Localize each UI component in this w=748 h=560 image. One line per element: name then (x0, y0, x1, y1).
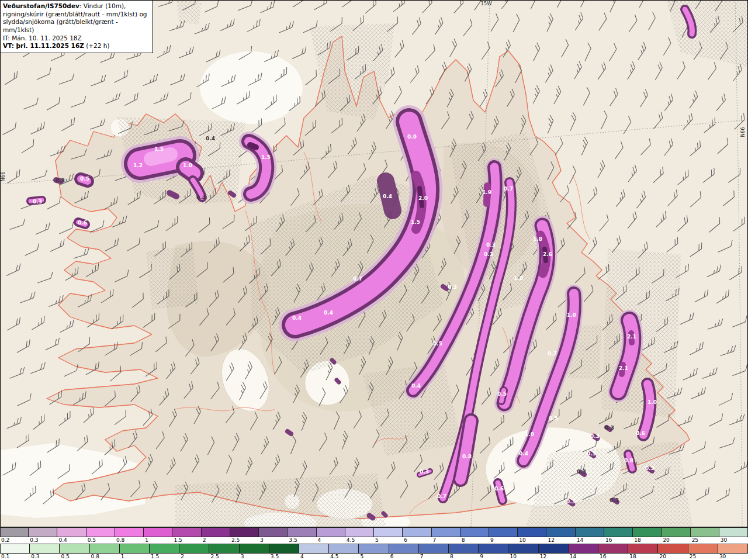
precip-value-label: 0.8 (462, 454, 472, 459)
valid-time: VT: þri. 11.11.2025 16Z (+22 h) (3, 42, 149, 50)
precip-value-label: 0.3 (484, 251, 493, 257)
colorbar-tick-label: 9 (489, 537, 518, 544)
colorbar-tick-label: 7 (432, 537, 460, 544)
precip-value-label: 0.3 (587, 451, 596, 457)
precip-value-label: 2.1 (627, 334, 636, 340)
colorbar-segment: 6 (389, 544, 419, 560)
precip-value-label: 0.7 (548, 351, 557, 357)
colorbar-swatch (60, 544, 89, 554)
colorbar-swatch (389, 544, 419, 554)
colorbar-swatch (172, 527, 201, 537)
colorbar-segment: 30 (719, 527, 748, 544)
colorbar-swatch (449, 544, 479, 554)
colorbar-segment: 18 (628, 544, 658, 560)
colorbar-tick-label: 20 (662, 537, 690, 544)
colorbar-segment: 0.8 (90, 544, 120, 560)
colorbar-swatch (240, 544, 269, 554)
colorbar-swatch (479, 544, 508, 554)
title-line-1: Veðurstofan/IS750dev: Vindur (10m), (3, 2, 149, 11)
colorbar-tick-label: 12 (539, 554, 569, 560)
map-title-box: Veðurstofan/IS750dev: Vindur (10m), rign… (0, 0, 153, 53)
precip-value-label: 1.0 (525, 431, 534, 437)
colorbar-swatch (688, 544, 718, 554)
colorbar-swatch (299, 544, 329, 554)
colorbar-swatch (30, 544, 60, 554)
precip-value-label: 0.5 (433, 341, 442, 347)
colorbar-segment: 16 (598, 544, 628, 560)
precip-value-label: 0.3 (645, 465, 654, 471)
precip-value-label: 0.7 (504, 186, 513, 192)
precip-value-label: 1.0 (183, 163, 192, 168)
precip-value-label: 0.6 (78, 220, 87, 226)
colorbar-tick-label: 2.5 (230, 537, 259, 544)
colorbar-segment: 2 (179, 544, 209, 560)
colorbar-tick-label: 3 (259, 537, 288, 544)
precip-value-label: 0.4 (324, 310, 333, 316)
colorbar-tick-label: 30 (718, 554, 748, 560)
colorbar-swatch (259, 527, 288, 537)
colorbar-tick-label: 7 (419, 554, 449, 560)
colorbar-swatch (0, 544, 30, 554)
colorbar-sleet-snow: 0.20.30.40.50.811.522.533.544.5567891012… (0, 527, 748, 544)
colorbar-tick-label: 20 (658, 554, 688, 560)
precip-value-label: 0.6 (636, 430, 645, 436)
precip-value-label: 0.5 (80, 176, 89, 182)
colorbar-segment: 3.5 (269, 544, 299, 560)
precip-value-label: 0.4 (206, 136, 215, 141)
colorbar-segment: 16 (604, 527, 633, 544)
title-variable: : Vindur (10m), (79, 2, 126, 9)
colorbar-segment: 1.5 (172, 527, 201, 544)
colorbar-segment: 4 (299, 544, 329, 560)
colorbar-tick-label: 2.5 (209, 554, 239, 560)
precip-value-label: 0.3 (448, 284, 457, 290)
precip-value-label: 0.4 (383, 193, 392, 199)
colorbar-tick-label: 4.5 (329, 554, 359, 560)
colorbar-tick-label: 4.5 (345, 537, 374, 544)
colorbar-segment: 14 (569, 544, 598, 560)
colorbar-segment: 0.8 (115, 527, 144, 544)
colorbar-swatch (144, 527, 172, 537)
colorbar-swatch (658, 544, 688, 554)
colorbar-swatch (29, 527, 57, 537)
precip-value-label: 0.8 (624, 458, 633, 464)
colorbar-segment: 7 (419, 544, 449, 560)
colorbar-segment: 3 (240, 544, 269, 560)
colorbar-segment: 1 (144, 527, 172, 544)
colorbar-swatch (209, 544, 239, 554)
colorbar-segment: 0.3 (30, 544, 60, 560)
init-time: IT: Mán. 10. 11. 2025 18Z (3, 34, 149, 43)
colorbar-tick-label: 9 (479, 554, 508, 560)
colorbar-segment: 2 (202, 527, 230, 544)
colorbar-tick-label: 1 (144, 537, 172, 544)
colorbar-swatch (179, 544, 209, 554)
precip-value-label: 0.3 (610, 497, 619, 503)
colorbar-swatch (598, 544, 628, 554)
colorbar-tick-label: 0.4 (57, 537, 86, 544)
colorbar-segment: 3.5 (288, 527, 316, 544)
colorbar-swatch (719, 527, 748, 537)
precip-value-label: 1.0 (647, 399, 657, 405)
product-name: Veðurstofan/IS750dev (3, 2, 79, 9)
colorbar-segment: 0.5 (86, 527, 115, 544)
precip-value-label: 0.5 (549, 416, 558, 421)
colorbar-swatch (269, 544, 299, 554)
colorbar-tick-label: 2 (202, 537, 230, 544)
colorbar-segment: 0.3 (29, 527, 57, 544)
colorbar-segment: 10 (518, 527, 546, 544)
colorbar-tick-label: 12 (546, 537, 575, 544)
legend-colorbars: 0.20.30.40.50.811.522.533.544.5567891012… (0, 527, 748, 560)
colorbar-swatch (718, 544, 748, 554)
colorbar-tick-label: 0.2 (0, 537, 29, 544)
weather-map: 15W N66 N66 (0, 0, 748, 527)
colorbar-tick-label: 18 (628, 554, 658, 560)
precip-value-label: 1.0 (514, 275, 523, 281)
colorbar-swatch (604, 527, 633, 537)
colorbar-swatch (374, 527, 403, 537)
colorbar-tick-label: 0.3 (30, 554, 60, 560)
precip-value-label: 1.9 (482, 189, 491, 195)
precip-value-label: 1.8 (533, 236, 542, 242)
colorbar-swatch (86, 527, 115, 537)
colorbar-swatch (518, 527, 546, 537)
colorbar-segment: 25 (688, 544, 718, 560)
parallel-label-right: N66 (740, 127, 746, 137)
